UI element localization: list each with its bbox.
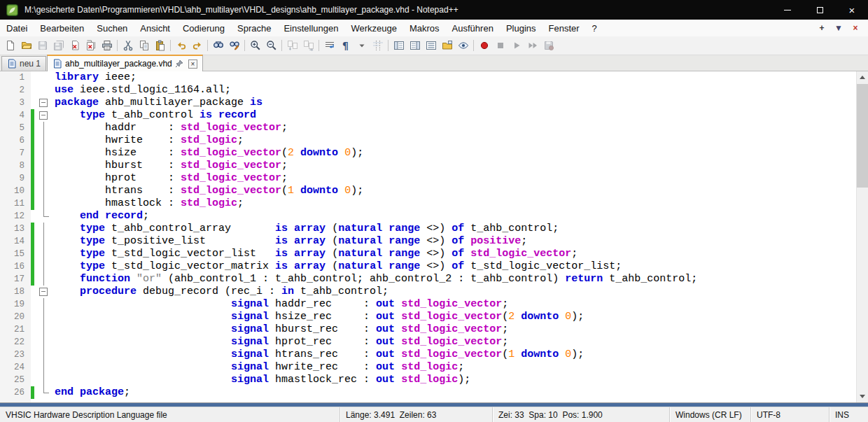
menu-bar-items: DateiBearbeitenSuchenAnsichtCodierungSpr… [0, 20, 603, 36]
sync-v-icon [284, 38, 300, 54]
fold-toggle-icon[interactable] [34, 97, 52, 109]
code-text[interactable]: library ieee; [52, 71, 136, 84]
code-text[interactable]: hwrite : std_logic; [52, 134, 244, 147]
line-number: 18 [0, 286, 31, 298]
caret-down-icon[interactable] [354, 38, 370, 54]
menu-item-plugins[interactable]: Plugins [500, 20, 542, 36]
code-text[interactable]: type t_std_logic_vector_list is array (n… [52, 248, 578, 260]
tab-neu-1[interactable]: neu 1 [1, 56, 46, 71]
tab-close-button[interactable]: × [188, 59, 197, 69]
code-text[interactable]: signal hburst_rec : out std_logic_vector… [52, 323, 508, 336]
show-symbols-icon[interactable] [337, 38, 354, 54]
scroll-down-button[interactable] [857, 391, 868, 402]
close-document-button[interactable]: × [848, 23, 862, 33]
arrow-up-icon [860, 76, 865, 79]
code-text[interactable]: signal hprot_rec : out std_logic_vector; [52, 336, 508, 349]
function-list-icon[interactable] [391, 38, 407, 54]
word-wrap-icon[interactable] [321, 38, 337, 54]
code-text[interactable]: end package; [52, 386, 130, 399]
tab-list-button[interactable]: ▼ [832, 23, 846, 33]
menu-item-bearbeiten[interactable]: Bearbeiten [34, 20, 90, 36]
document-list-icon[interactable] [423, 38, 439, 54]
new-tab-button[interactable]: + [815, 23, 829, 33]
code-line-6: 6 hwrite : std_logic; [0, 134, 856, 147]
scrollbar-thumb[interactable] [857, 84, 868, 188]
folder-workspace-icon[interactable] [439, 38, 455, 54]
code-text[interactable]: type t_ahb_control_array is array (natur… [52, 223, 559, 235]
menu-item-datei[interactable]: Datei [0, 20, 34, 36]
tab-ahb-multilayer-package-vhd[interactable]: ahb_multilayer_package.vhd× [47, 55, 203, 71]
menu-item-sprache[interactable]: Sprache [231, 20, 277, 36]
close-icon[interactable] [66, 38, 83, 54]
code-text[interactable]: use ieee.std_logic_1164.all; [52, 84, 231, 97]
indent-guide-icon[interactable] [370, 38, 386, 54]
pin-icon[interactable] [175, 59, 183, 68]
menu-item-ansicht[interactable]: Ansicht [134, 20, 176, 36]
code-text[interactable]: signal haddr_rec : out std_logic_vector; [52, 298, 508, 311]
code-text[interactable]: hsize : std_logic_vector(2 downto 0); [52, 147, 363, 160]
zoom-out-icon[interactable] [263, 38, 279, 54]
minimize-button[interactable] [771, 0, 804, 20]
menu-item-ausf-hren[interactable]: Ausführen [446, 20, 500, 36]
toolbar-separator [473, 40, 474, 51]
code-text[interactable]: hprot : std_logic_vector; [52, 172, 288, 185]
redo-icon[interactable] [189, 38, 205, 54]
fold-guide [34, 260, 52, 273]
code-text[interactable]: type t_ahb_control is record [52, 109, 256, 122]
scroll-up-button[interactable] [857, 71, 868, 83]
vertical-scrollbar[interactable] [856, 71, 868, 402]
monitoring-icon[interactable] [455, 38, 471, 54]
replace-icon[interactable] [226, 38, 242, 54]
status-encoding[interactable]: UTF-8 [750, 407, 829, 422]
fold-margin [34, 71, 52, 84]
zoom-in-icon[interactable] [247, 38, 263, 54]
paste-icon[interactable] [152, 38, 168, 54]
code-text[interactable]: function "or" (ahb_control_1 : t_ahb_con… [52, 273, 697, 286]
code-line-17: 17 function "or" (ahb_control_1 : t_ahb_… [0, 273, 856, 286]
code-text[interactable]: end record; [52, 210, 149, 223]
status-insert-mode[interactable]: INS [829, 407, 868, 422]
toolbar-separator [388, 40, 388, 51]
menu-item-makros[interactable]: Makros [403, 20, 446, 36]
undo-icon[interactable] [173, 38, 189, 54]
close-button[interactable]: × [836, 0, 868, 20]
code-text[interactable]: signal hmastlock_rec : out std_logic); [52, 374, 470, 386]
maximize-button[interactable] [804, 0, 836, 20]
menu-item-codierung[interactable]: Codierung [176, 20, 231, 36]
macro-play-icon [508, 38, 524, 54]
status-eol-format[interactable]: Windows (CR LF) [669, 407, 750, 422]
code-text[interactable]: signal hwrite_rec : out std_logic; [52, 361, 464, 374]
menu-item-einstellungen[interactable]: Einstellungen [277, 20, 344, 36]
find-icon[interactable] [210, 38, 226, 54]
code-text[interactable]: type t_std_logic_vector_matrix is array … [52, 260, 622, 273]
code-text[interactable]: htrans : std_logic_vector(1 downto 0); [52, 185, 363, 197]
copy-icon[interactable] [136, 38, 152, 54]
cut-icon[interactable] [120, 38, 136, 54]
menu-item-werkzeuge[interactable]: Werkzeuge [344, 20, 403, 36]
document-icon [7, 59, 17, 69]
macro-record-icon[interactable] [476, 38, 492, 54]
menu-item-suchen[interactable]: Suchen [90, 20, 134, 36]
code-text[interactable]: signal hsize_rec : out std_logic_vector(… [52, 311, 584, 323]
code-text[interactable]: hmastlock : std_logic; [52, 197, 244, 210]
code-text[interactable]: signal htrans_rec : out std_logic_vector… [52, 349, 584, 361]
fold-toggle-icon[interactable] [34, 109, 52, 122]
code-text[interactable]: procedure debug_record (rec_i : in t_ahb… [52, 286, 388, 298]
line-number: 3 [0, 97, 31, 109]
close-all-icon[interactable] [83, 38, 99, 54]
code-text[interactable]: hburst : std_logic_vector; [52, 160, 288, 172]
menu-item-fenster[interactable]: Fenster [542, 20, 586, 36]
new-file-icon[interactable] [2, 38, 18, 54]
menu-item-help[interactable]: ? [586, 20, 603, 36]
open-folder-icon[interactable] [18, 38, 34, 54]
code-line-8: 8 hburst : std_logic_vector; [0, 160, 856, 172]
code-area[interactable]: 1library ieee;2use ieee.std_logic_1164.a… [0, 71, 856, 402]
code-text[interactable]: type t_positive_list is array (natural r… [52, 235, 527, 248]
code-text[interactable]: haddr : std_logic_vector; [52, 122, 288, 134]
code-text[interactable]: package ahb_multilayer_package is [52, 97, 262, 109]
document-map-icon[interactable] [407, 38, 423, 54]
print-icon[interactable] [99, 38, 115, 54]
fold-toggle-icon[interactable] [34, 286, 52, 298]
fold-guide [34, 134, 52, 147]
code-line-20: 20 signal hsize_rec : out std_logic_vect… [0, 311, 856, 323]
